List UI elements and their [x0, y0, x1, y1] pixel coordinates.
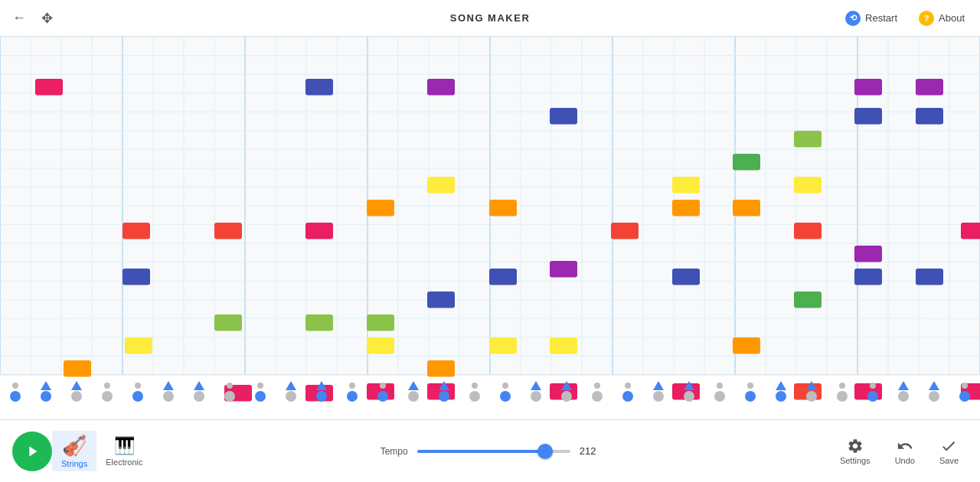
right-tools: Settings Undo Save: [831, 435, 968, 468]
electronic-label: Electronic: [106, 458, 142, 467]
settings-icon: [847, 438, 864, 454]
about-button[interactable]: ? About: [913, 8, 971, 29]
restart-icon: ⟲: [845, 11, 861, 26]
tempo-label: Tempo: [381, 446, 408, 457]
note-grid-canvas[interactable]: [0, 37, 980, 413]
undo-icon: [897, 438, 913, 454]
tempo-value: 212: [580, 445, 603, 457]
tempo-slider[interactable]: [417, 450, 570, 453]
grid-area[interactable]: [0, 37, 980, 413]
header-right-controls: ⟲ Restart ? About: [839, 8, 971, 29]
app-title: SONG MAKER: [450, 12, 531, 24]
about-icon: ?: [919, 11, 934, 26]
save-button[interactable]: Save: [930, 435, 968, 468]
play-button[interactable]: [12, 432, 52, 471]
strings-label: Strings: [61, 459, 87, 468]
restart-label: Restart: [865, 12, 897, 24]
strings-icon: 🎻: [62, 434, 87, 458]
save-icon: [940, 438, 957, 454]
header-left-controls: ← ✥: [9, 7, 53, 29]
settings-button[interactable]: Settings: [831, 435, 880, 468]
play-icon: [24, 443, 41, 460]
electronic-instrument-button[interactable]: 🎹 Electronic: [96, 433, 152, 470]
restart-button[interactable]: ⟲ Restart: [839, 8, 903, 29]
undo-label: Undo: [895, 456, 915, 465]
header: ← ✥ SONG MAKER ⟲ Restart ? About: [0, 0, 980, 37]
electronic-icon: 🎹: [114, 436, 135, 456]
strings-instrument-button[interactable]: 🎻 Strings: [52, 431, 96, 471]
about-label: About: [939, 12, 965, 24]
footer: 🎻 Strings 🎹 Electronic Tempo 212 Setting…: [0, 419, 980, 482]
back-button[interactable]: ←: [9, 7, 29, 29]
tempo-section: Tempo 212: [152, 445, 831, 457]
undo-button[interactable]: Undo: [886, 435, 924, 468]
save-label: Save: [939, 456, 959, 465]
move-icon: ✥: [41, 10, 53, 27]
settings-label: Settings: [840, 456, 871, 465]
